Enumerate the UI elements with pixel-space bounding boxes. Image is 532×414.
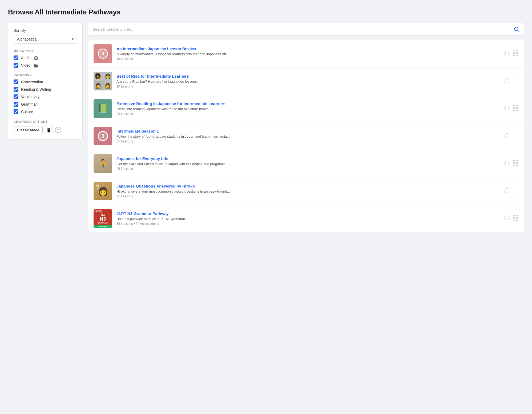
video-action-icon[interactable]: [513, 105, 518, 112]
lesson-title[interactable]: Best of Risa for Intermediate Learners: [116, 74, 500, 78]
video-label: Video: [21, 63, 31, 67]
lesson-thumbnail: NEW N3 N3 GRAMMAR GRAMMAR: [94, 209, 112, 228]
lesson-description: A variety of intermediate lessons for le…: [116, 52, 500, 56]
video-action-icon[interactable]: [513, 160, 518, 167]
avatar-cell: 👩: [94, 81, 103, 91]
vocabulary-checkbox[interactable]: [14, 94, 18, 99]
svg-rect-20: [513, 163, 515, 165]
avatar-cell: 👩: [103, 81, 112, 91]
audio-checkbox-item[interactable]: Audio 🎧: [14, 55, 77, 60]
svg-rect-18: [513, 160, 515, 162]
svg-rect-24: [513, 191, 515, 193]
lesson-title[interactable]: Japanese Questions Answered by Hiroko: [116, 184, 500, 188]
lesson-actions: [504, 78, 518, 85]
table-row: 3 An Intermediate Japanese Lesson Review…: [88, 40, 524, 67]
search-button[interactable]: [514, 26, 519, 32]
jlpt-ribbon: GRAMMAR: [94, 225, 112, 228]
lesson-description: Get the skills you'll need to live in Ja…: [116, 162, 500, 166]
svg-rect-7: [516, 78, 518, 80]
svg-rect-6: [513, 78, 515, 80]
video-checkbox[interactable]: [14, 63, 18, 68]
lesson-title[interactable]: Intermediate Season 1: [116, 129, 500, 133]
headphones-icon: 🎧: [34, 56, 38, 60]
video-action-icon[interactable]: [513, 133, 518, 140]
lesson-title[interactable]: JLPT N3 Grammar Pathway: [116, 211, 500, 216]
lesson-thumbnail: 3: [94, 127, 112, 145]
search-input[interactable]: [92, 27, 511, 31]
table-row: ? 👩 Japanese Questions Answered by Hirok…: [88, 177, 524, 205]
sort-select-wrapper: Alphabetical Most Recent Most Popular ▼: [14, 35, 77, 44]
audio-action-icon[interactable]: [504, 188, 510, 195]
person-photo: 🧍: [94, 154, 112, 173]
culture-checkbox-item[interactable]: Culture: [14, 109, 77, 114]
grammar-checkbox[interactable]: [14, 102, 18, 107]
jlpt-grammar-label: GRAMMAR: [98, 222, 108, 224]
lesson-description: Use this pathway to study JLPT N3 gramma…: [116, 217, 500, 221]
video-action-icon[interactable]: [513, 188, 518, 195]
audio-action-icon[interactable]: [504, 133, 510, 140]
new-badge: NEW: [95, 210, 102, 213]
video-action-icon[interactable]: [513, 50, 518, 57]
svg-rect-5: [516, 53, 518, 55]
headphones-icon: [504, 50, 510, 56]
reading-writing-label: Reading & Writing: [21, 87, 51, 91]
lesson-actions: [504, 105, 518, 112]
lesson-info: Japanese Questions Answered by Hiroko Hi…: [116, 184, 500, 198]
svg-rect-26: [513, 215, 515, 217]
lesson-thumbnail: 3: [94, 44, 112, 63]
category-label: CATEGORY: [14, 74, 77, 77]
lesson-list: 3 An Intermediate Japanese Lesson Review…: [88, 40, 524, 232]
video-grid-icon: [513, 215, 518, 221]
headphones-icon: [504, 215, 510, 221]
conversation-checkbox[interactable]: [14, 79, 18, 84]
svg-rect-19: [516, 160, 518, 162]
lesson-title[interactable]: Extensive Reading in Japanese for Interm…: [116, 101, 500, 106]
culture-checkbox[interactable]: [14, 109, 18, 114]
classic-mode-button[interactable]: Classic Mode: [14, 126, 43, 134]
video-action-icon[interactable]: [513, 215, 518, 222]
lesson-title[interactable]: Japanese for Everyday Life: [116, 156, 500, 161]
svg-rect-3: [516, 50, 518, 52]
table-row: 📗 Extensive Reading in Japanese for Inte…: [88, 95, 524, 122]
svg-rect-17: [516, 136, 518, 138]
lesson-description: Are you a Risa fan? Here are her best vi…: [116, 79, 500, 83]
sort-select[interactable]: Alphabetical Most Recent Most Popular: [14, 35, 77, 44]
headphones-icon: [504, 78, 510, 83]
video-action-icon[interactable]: [513, 78, 518, 85]
audio-label: Audio: [21, 56, 31, 60]
grammar-label: Grammar: [21, 102, 37, 106]
advanced-options-label: ADVANCED OPTIONS: [14, 120, 77, 123]
help-icon[interactable]: ?: [55, 127, 61, 133]
main-content: 3 An Intermediate Japanese Lesson Review…: [88, 23, 524, 232]
reading-writing-checkbox[interactable]: [14, 87, 18, 92]
video-grid-icon: [513, 133, 518, 138]
audio-action-icon[interactable]: [504, 105, 510, 112]
culture-label: Culture: [21, 110, 33, 114]
grammar-checkbox-item[interactable]: Grammar: [14, 102, 77, 107]
lesson-description: Hiroko answers your most commonly asked …: [116, 189, 500, 193]
table-row: NEW N3 N3 GRAMMAR GRAMMAR JLPT N3 Gramma…: [88, 205, 524, 232]
headphones-icon: [504, 160, 510, 166]
headphones-icon: [504, 133, 510, 138]
svg-rect-16: [513, 136, 515, 138]
audio-action-icon[interactable]: [504, 50, 510, 57]
lesson-thumbnail: ? 👩: [94, 182, 112, 200]
video-checkbox-item[interactable]: Video 🎬: [14, 63, 77, 68]
video-grid-icon: [513, 160, 518, 166]
conversation-checkbox-item[interactable]: Conversation: [14, 79, 77, 84]
conversation-label: Conversation: [21, 80, 43, 84]
audio-checkbox[interactable]: [14, 55, 18, 60]
lesson-info: JLPT N3 Grammar Pathway Use this pathway…: [116, 211, 500, 226]
lesson-meta: 85 Lessons: [116, 140, 500, 143]
audio-action-icon[interactable]: [504, 78, 510, 85]
vocabulary-checkbox-item[interactable]: Vocabulary: [14, 94, 77, 99]
table-row: 🧍 Japanese for Everyday Life Get the ski…: [88, 150, 524, 177]
reading-writing-checkbox-item[interactable]: Reading & Writing: [14, 87, 77, 92]
audio-action-icon[interactable]: [504, 215, 510, 222]
audio-action-icon[interactable]: [504, 160, 510, 167]
lesson-actions: [504, 160, 518, 167]
svg-rect-22: [513, 188, 515, 190]
lesson-meta: 10 Lessons: [116, 85, 500, 88]
lesson-title[interactable]: An Intermediate Japanese Lesson Review: [116, 46, 500, 51]
jlpt-label: N3: [101, 213, 105, 216]
